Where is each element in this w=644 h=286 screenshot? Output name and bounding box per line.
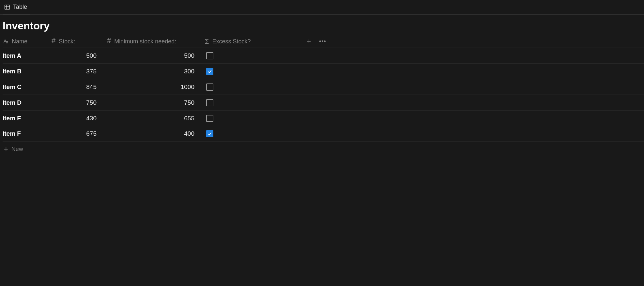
column-header-excess-label: Excess Stock? [212, 38, 251, 45]
cell-min-stock[interactable]: 500 [107, 52, 205, 59]
tab-table-label: Table [13, 4, 27, 10]
table-row[interactable]: Item D750750 [3, 95, 644, 110]
tab-table[interactable]: Table [3, 0, 30, 14]
cell-name[interactable]: Item F [3, 130, 52, 137]
column-header-name-label: Name [12, 38, 27, 45]
table-header-row: Name # Stock: # Minimum stock needed: Σ … [3, 35, 644, 48]
plus-icon: + [307, 37, 311, 46]
column-header-min-stock-label: Minimum stock needed: [114, 38, 176, 45]
cell-min-stock[interactable]: 400 [107, 130, 205, 137]
cell-stock-value: 430 [52, 115, 103, 122]
cell-stock-value: 845 [52, 83, 103, 91]
column-header-min-stock[interactable]: # Minimum stock needed: [107, 37, 205, 46]
cell-min-stock-value: 400 [107, 130, 201, 137]
cell-stock[interactable]: 845 [52, 83, 107, 91]
cell-min-stock-value: 1000 [107, 83, 201, 91]
cell-min-stock-value: 655 [107, 115, 201, 122]
cell-min-stock[interactable]: 1000 [107, 83, 205, 91]
cell-min-stock[interactable]: 750 [107, 99, 205, 106]
cell-excess[interactable] [205, 83, 303, 91]
cell-stock-value: 375 [52, 68, 103, 75]
cell-name-value: Item E [3, 115, 21, 122]
cell-min-stock[interactable]: 300 [107, 68, 205, 75]
check-icon [207, 131, 212, 136]
cell-stock[interactable]: 675 [52, 130, 107, 137]
cell-name[interactable]: Item E [3, 115, 52, 122]
cell-stock[interactable]: 750 [52, 99, 107, 106]
table-icon [4, 4, 10, 10]
number-icon: # [52, 37, 55, 45]
cell-min-stock-value: 750 [107, 99, 201, 106]
page-title[interactable]: Inventory [0, 15, 644, 35]
view-tabs: Table [0, 0, 644, 15]
cell-stock[interactable]: 375 [52, 68, 107, 75]
text-icon [3, 38, 9, 45]
cell-excess[interactable] [205, 68, 303, 75]
cell-excess[interactable] [205, 130, 303, 137]
table-row[interactable]: Item E430655 [3, 110, 644, 126]
cell-name[interactable]: Item A [3, 52, 52, 59]
cell-min-stock-value: 500 [107, 52, 201, 59]
excess-checkbox[interactable] [206, 83, 213, 91]
formula-icon: Σ [205, 38, 209, 45]
new-row-button[interactable]: + New [3, 142, 644, 157]
cell-stock-value: 675 [52, 130, 103, 137]
cell-name-value: Item B [3, 68, 22, 75]
cell-excess[interactable] [205, 115, 303, 122]
add-column-button[interactable]: + [303, 37, 319, 46]
excess-checkbox[interactable] [206, 115, 213, 122]
cell-min-stock-value: 300 [107, 68, 201, 75]
column-header-name[interactable]: Name [3, 38, 52, 45]
excess-checkbox[interactable] [206, 68, 213, 75]
table-row[interactable]: Item C8451000 [3, 79, 644, 95]
table-row[interactable]: Item A500500 [3, 48, 644, 63]
svg-rect-0 [5, 5, 10, 9]
cell-excess[interactable] [205, 99, 303, 106]
cell-stock[interactable]: 430 [52, 115, 107, 122]
excess-checkbox[interactable] [206, 130, 213, 137]
new-row-label: New [11, 146, 23, 153]
column-header-excess[interactable]: Σ Excess Stock? [205, 38, 303, 45]
more-icon: ••• [319, 38, 326, 45]
excess-checkbox[interactable] [206, 52, 213, 59]
excess-checkbox[interactable] [206, 99, 213, 106]
number-icon: # [107, 37, 111, 45]
column-header-stock-label: Stock: [59, 38, 75, 45]
column-header-stock[interactable]: # Stock: [52, 37, 107, 46]
cell-name-value: Item C [3, 83, 22, 91]
cell-stock-value: 750 [52, 99, 103, 106]
table-row[interactable]: Item B375300 [3, 63, 644, 79]
check-icon [207, 69, 212, 74]
cell-name-value: Item A [3, 52, 21, 59]
cell-name-value: Item F [3, 130, 21, 137]
table-more-button[interactable]: ••• [319, 38, 335, 45]
cell-stock-value: 500 [52, 52, 103, 59]
cell-excess[interactable] [205, 52, 303, 59]
inventory-table: Name # Stock: # Minimum stock needed: Σ … [0, 35, 644, 157]
plus-icon: + [4, 145, 8, 154]
cell-name[interactable]: Item D [3, 99, 52, 106]
cell-name-value: Item D [3, 99, 22, 106]
cell-name[interactable]: Item B [3, 68, 52, 75]
cell-stock[interactable]: 500 [52, 52, 107, 59]
cell-min-stock[interactable]: 655 [107, 115, 205, 122]
cell-name[interactable]: Item C [3, 83, 52, 91]
table-row[interactable]: Item F675400 [3, 126, 644, 142]
